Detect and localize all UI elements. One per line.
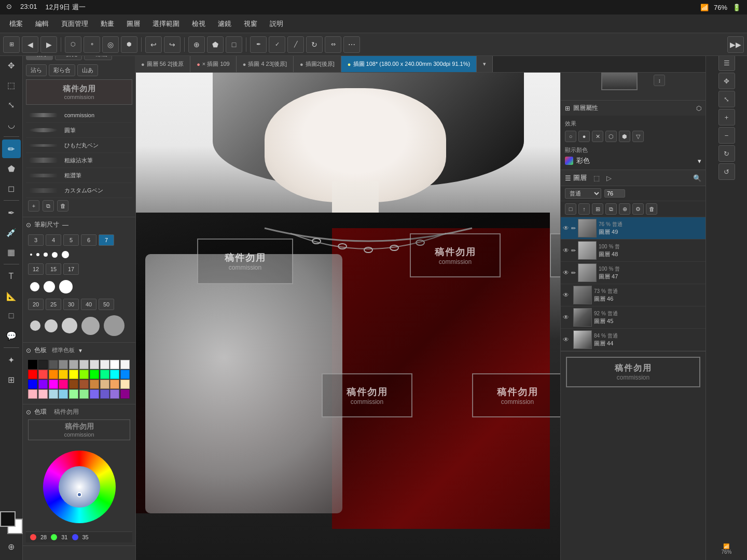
- layer-new-btn[interactable]: □: [565, 203, 576, 215]
- tab-1[interactable]: ● × 插圖 109: [190, 56, 237, 72]
- color-swatch-23[interactable]: [59, 380, 68, 389]
- color-swatch-15[interactable]: [79, 370, 89, 379]
- size-btn-40[interactable]: 40: [81, 299, 96, 310]
- tab-2[interactable]: ● 插圖 4 23[後原]: [237, 56, 294, 72]
- palette-type-icon[interactable]: ▾: [79, 347, 82, 354]
- layer-vector-btn[interactable]: ▷: [603, 172, 615, 184]
- opacity-input[interactable]: [604, 189, 625, 198]
- color-swatch-1[interactable]: [38, 360, 48, 369]
- layer-item-47[interactable]: 👁 ✏ 100 % 普 圖層 47: [561, 262, 706, 284]
- color-swatch-26[interactable]: [90, 380, 99, 389]
- layer-item-48[interactable]: 👁 ✏ 100 % 普 圖層 48: [561, 240, 706, 262]
- color-swatch-30[interactable]: [28, 389, 37, 399]
- effect-hex[interactable]: ⬡: [605, 131, 617, 142]
- expand-right-btn[interactable]: ▶▶: [727, 36, 744, 53]
- brush-copy-btn[interactable]: ⧉: [43, 200, 54, 212]
- layer-copy-btn[interactable]: ⧉: [605, 203, 617, 215]
- color-swatch-27[interactable]: [100, 380, 109, 389]
- color-swatch-32[interactable]: [49, 389, 58, 399]
- color-swatch-31[interactable]: [38, 389, 48, 399]
- tool-eraser[interactable]: ◻: [2, 179, 21, 198]
- color-cursor[interactable]: [77, 492, 82, 497]
- nav-forward-btn[interactable]: ▶: [40, 36, 57, 53]
- color-swatch-4[interactable]: [69, 360, 78, 369]
- effect-circle-fill[interactable]: ●: [578, 131, 590, 142]
- tool-blend[interactable]: ✦: [2, 351, 21, 369]
- effect-hex-fill[interactable]: ⬢: [619, 131, 630, 142]
- tool-settings[interactable]: ⊕: [2, 537, 21, 556]
- rt-rotate-cw[interactable]: ↻: [718, 145, 735, 162]
- fill-btn[interactable]: ⬟: [207, 36, 224, 53]
- line-btn[interactable]: ╱: [287, 36, 304, 53]
- color-swatch-20[interactable]: [28, 380, 37, 389]
- color-swatch-13[interactable]: [59, 370, 68, 379]
- brush-preset-3[interactable]: 粗線沾水筆: [26, 153, 132, 168]
- layer-delete-btn[interactable]: 🗑: [646, 203, 657, 215]
- more-options-btn[interactable]: ⋯: [343, 36, 360, 53]
- layer-search-icon[interactable]: 🔍: [693, 174, 701, 182]
- layer-44-eye[interactable]: 👁: [563, 336, 569, 343]
- size-btn-17[interactable]: 17: [63, 263, 79, 275]
- mirror-btn[interactable]: ⇔: [325, 36, 341, 53]
- size-btn-4[interactable]: 4: [46, 234, 61, 246]
- layer-merge-btn[interactable]: ⊞: [592, 203, 603, 215]
- color-swatch-37[interactable]: [100, 389, 109, 399]
- brush-preset-1[interactable]: 圓筆: [26, 123, 132, 138]
- rotate-btn[interactable]: ↻: [306, 36, 323, 53]
- color-swatch-14[interactable]: [69, 370, 78, 379]
- tool-fill[interactable]: ⬟: [2, 159, 21, 178]
- tab-dropdown[interactable]: ▾: [477, 56, 493, 72]
- undo-btn[interactable]: ↩: [145, 36, 162, 53]
- color-swatch-7[interactable]: [100, 360, 109, 369]
- fg-color-box[interactable]: [0, 511, 16, 527]
- layer-item-46[interactable]: 👁 73 % 普通 圖層 46: [561, 284, 706, 306]
- color-swatch-24[interactable]: [69, 380, 78, 389]
- nav-back-btn[interactable]: ◀: [22, 36, 38, 53]
- layer-merge2-btn[interactable]: ⊕: [619, 203, 630, 215]
- tab-4[interactable]: ● 插圖 108* (180.00 x 240.00mm 300dpi 91.1…: [341, 56, 477, 72]
- size-btn-7[interactable]: 7: [99, 234, 114, 246]
- blend-mode-select[interactable]: 普通 乗算 スクリーン 加算: [565, 188, 601, 199]
- layer-item-45[interactable]: 👁 92 % 普通 圖層 45: [561, 306, 706, 329]
- tool-pen[interactable]: ✒: [2, 203, 21, 222]
- nav-ctrl-3[interactable]: ↕: [654, 75, 665, 86]
- tool-lasso[interactable]: ◡: [2, 115, 21, 134]
- brush-preset-0[interactable]: commission: [26, 108, 132, 123]
- color-swatch-34[interactable]: [69, 389, 78, 399]
- sub-tab-0[interactable]: 沾ら: [26, 64, 47, 76]
- redo-btn[interactable]: ↪: [164, 36, 181, 53]
- color-swatch-19[interactable]: [120, 370, 130, 379]
- color-swatch-21[interactable]: [38, 380, 48, 389]
- tool-select-all[interactable]: ⬚: [2, 76, 21, 94]
- color-swatch-17[interactable]: [100, 370, 109, 379]
- color-swatch-11[interactable]: [38, 370, 48, 379]
- color-swatch-16[interactable]: [90, 370, 99, 379]
- rt-layers[interactable]: ☰: [718, 54, 735, 71]
- tool-ruler[interactable]: 📐: [2, 287, 21, 305]
- layer-raster-btn[interactable]: ⬚: [591, 172, 602, 184]
- color-swatch-0[interactable]: [28, 360, 37, 369]
- fg-bg-colors[interactable]: [0, 511, 23, 534]
- rt-rotate-ccw[interactable]: ↺: [718, 163, 735, 180]
- layer-47-pen[interactable]: ✏: [571, 270, 576, 276]
- tool-balloon[interactable]: 💬: [2, 326, 21, 345]
- color-swatch-6[interactable]: [90, 360, 99, 369]
- color-swatch-2[interactable]: [49, 360, 58, 369]
- tool-gradient[interactable]: ▦: [2, 243, 21, 261]
- color-swatch-33[interactable]: [59, 389, 68, 399]
- tool-transform[interactable]: ⤡: [2, 95, 21, 114]
- sub-tab-1[interactable]: 彩ら合: [49, 64, 75, 76]
- color-swatch-8[interactable]: [110, 360, 119, 369]
- color-swatch-28[interactable]: [110, 380, 119, 389]
- brush-delete-btn[interactable]: 🗑: [57, 200, 68, 212]
- color-swatch-18[interactable]: [110, 370, 119, 379]
- size-btn-15[interactable]: 15: [46, 263, 61, 275]
- brush-preset-4[interactable]: 粗澀筆: [26, 168, 132, 183]
- pen-btn[interactable]: ✒: [250, 36, 267, 53]
- quick-mask-btn[interactable]: ⚬: [84, 36, 100, 53]
- layer-item-44[interactable]: 👁 84 % 普通 圖層 44: [561, 329, 706, 351]
- layer-move-up-btn[interactable]: ↑: [578, 203, 590, 215]
- menu-filter[interactable]: 濾鏡: [213, 17, 237, 31]
- layer-48-pen[interactable]: ✏: [571, 247, 576, 254]
- layer-48-eye[interactable]: 👁: [563, 247, 569, 254]
